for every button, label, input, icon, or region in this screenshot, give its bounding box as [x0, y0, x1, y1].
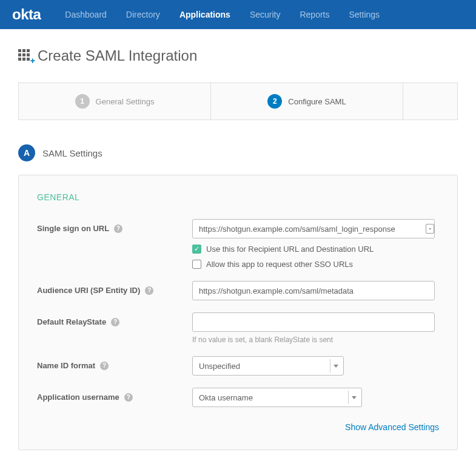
nameid-format-label: Name ID format ? — [37, 356, 192, 370]
wizard-step-next[interactable] — [403, 83, 458, 120]
sso-url-label: Single sign on URL ? — [37, 219, 192, 233]
okta-logo: okta — [12, 6, 41, 23]
wizard-step-general-settings[interactable]: 1 General Settings — [19, 83, 211, 120]
nav-dashboard[interactable]: Dashboard — [65, 10, 107, 19]
nav-applications[interactable]: Applications — [179, 10, 230, 19]
help-icon[interactable]: ? — [145, 286, 153, 295]
app-username-label: Application username ? — [37, 388, 192, 402]
nav-settings[interactable]: Settings — [349, 10, 380, 19]
input-contacts-icon[interactable]: ▪ — [426, 224, 434, 234]
step-number-badge: 1 — [75, 94, 90, 109]
audience-uri-input[interactable] — [192, 281, 435, 300]
section-title: SAML Settings — [42, 148, 102, 158]
chevron-down-icon — [334, 365, 338, 368]
top-nav: okta Dashboard Directory Applications Se… — [0, 0, 476, 29]
wizard-steps: 1 General Settings 2 Configure SAML — [18, 83, 458, 120]
nameid-format-select[interactable]: Unspecified — [192, 356, 344, 376]
section-letter-badge: A — [18, 144, 35, 161]
chevron-down-icon — [352, 396, 357, 399]
help-icon[interactable]: ? — [111, 318, 119, 326]
wizard-step-configure-saml[interactable]: 2 Configure SAML — [211, 83, 403, 120]
nav-items: Dashboard Directory Applications Securit… — [65, 10, 380, 19]
audience-uri-label: Audience URI (SP Entity ID) ? — [37, 281, 192, 295]
relaystate-hint: If no value is set, a blank RelayState i… — [192, 336, 439, 344]
show-advanced-settings-link[interactable]: Show Advanced Settings — [345, 422, 439, 432]
plus-icon: + — [30, 56, 35, 65]
step-number-badge: 2 — [267, 94, 282, 109]
other-sso-urls-checkbox[interactable] — [192, 260, 201, 269]
recipient-url-checkbox-label: Use this for Recipient URL and Destinati… — [206, 245, 374, 254]
step-label: General Settings — [96, 97, 155, 106]
nav-directory[interactable]: Directory — [126, 10, 160, 19]
help-icon[interactable]: ? — [124, 393, 133, 402]
recipient-url-checkbox[interactable] — [192, 245, 201, 254]
app-username-select[interactable]: Okta username — [192, 388, 362, 407]
step-label: Configure SAML — [288, 97, 346, 106]
other-sso-urls-checkbox-label: Allow this app to request other SSO URLs — [206, 260, 353, 269]
panel-heading-general: GENERAL — [37, 192, 439, 202]
sso-url-input[interactable] — [192, 219, 435, 238]
page-title-row: + Create SAML Integration — [18, 47, 458, 64]
saml-settings-panel: GENERAL Single sign on URL ? ▪ Use this … — [18, 175, 458, 450]
apps-grid-icon: + — [18, 49, 32, 62]
relaystate-input[interactable] — [192, 312, 435, 332]
relaystate-label: Default RelayState ? — [37, 312, 192, 326]
help-icon[interactable]: ? — [114, 224, 122, 233]
help-icon[interactable]: ? — [100, 362, 109, 370]
nav-reports[interactable]: Reports — [300, 10, 329, 19]
section-header: A SAML Settings — [18, 144, 458, 161]
nav-security[interactable]: Security — [250, 10, 281, 19]
page-title: Create SAML Integration — [38, 47, 197, 64]
